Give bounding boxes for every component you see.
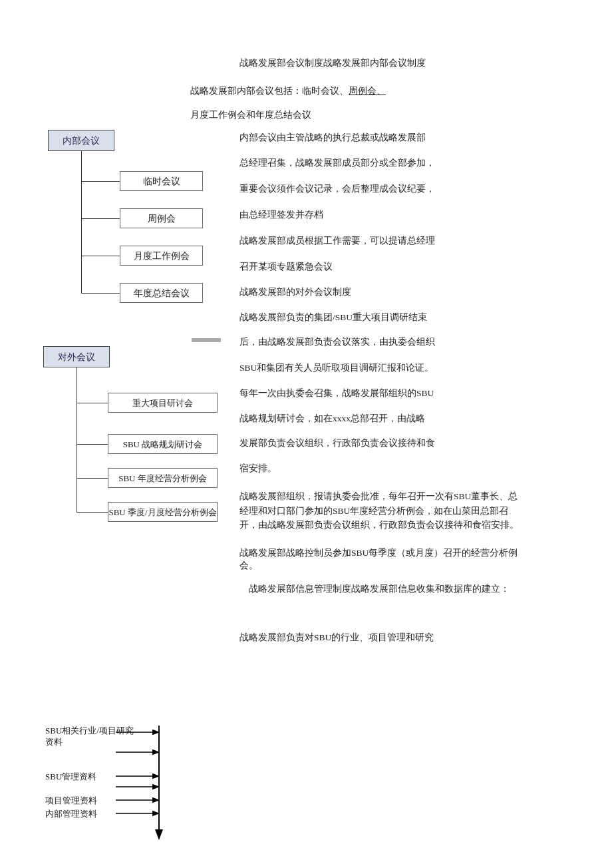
diagram-data-sources: SBU相关行业/项目研究资料 SBU管理资料 项目管理资料 内部管理资料: [36, 726, 182, 859]
separator-bar: [192, 338, 221, 342]
diagram2-connector-h1: [76, 403, 108, 403]
paragraph-8: 战略发展部负责的集团/SBU重大项目调研结束: [239, 312, 427, 324]
paragraph-9: 后，由战略发展部负责会议落实，由执委会组织: [239, 336, 435, 349]
diagram1-connector-h2: [81, 218, 120, 219]
diagram-external-meetings: 对外会议 重大项目研讨会 SBU 战略规划研讨会 SBU 年度经营分析例会 SB…: [43, 346, 226, 546]
diagram2-child-3: SBU 年度经营分析例会: [108, 468, 218, 488]
diagram2-connector-h4: [76, 512, 108, 513]
intro-prefix: 战略发展部内部会议包括：临时会议、: [190, 86, 349, 96]
paragraph-14: 宿安排。: [239, 463, 277, 475]
paragraph-3: 重要会议须作会议记录，会后整理成会议纪要，: [239, 183, 435, 196]
diagram2-child-4: SBU 季度/月度经营分析例会: [108, 502, 218, 522]
paragraph-11: 每年一次由执委会召集，战略发展部组织的SBU: [239, 387, 434, 400]
diagram2-connector-vertical: [76, 367, 77, 512]
diagram2-child-2: SBU 战略规划研讨会: [108, 434, 218, 454]
paragraph-6: 召开某项专题紧急会议: [239, 261, 333, 274]
diagram1-head: 内部会议: [48, 130, 114, 151]
paragraph-5: 战略发展部成员根据工作需要，可以提请总经理: [239, 235, 435, 248]
paragraph-12: 战略规划研讨会，如在xxxx总部召开，由战略: [239, 413, 425, 425]
diagram1-child-1: 临时会议: [120, 171, 203, 191]
diagram3-row-2: SBU管理资料: [45, 771, 96, 783]
diagram3-row-3: 项目管理资料: [45, 795, 97, 807]
diagram1-connector-h4: [81, 293, 120, 294]
diagram2-child-1: 重大项目研讨会: [108, 393, 218, 413]
diagram1-child-4: 年度总结会议: [120, 283, 203, 303]
diagram1-child-3: 月度工作例会: [120, 246, 203, 266]
paragraph-2: 总经理召集，战略发展部成员部分或全部参加，: [239, 157, 435, 170]
paragraph-15: 战略发展部组织，报请执委会批准，每年召开一次有SBU董事长、总经理和对口部门参加…: [239, 489, 519, 533]
paragraph-16: 战略发展部战略控制员参加SBU每季度（或月度）召开的经营分析例会。: [239, 547, 526, 572]
diagram-internal-meetings: 内部会议 临时会议 周例会 月度工作例会 年度总结会议: [48, 130, 218, 323]
intro-underlined: 周例会、: [349, 86, 386, 96]
diagram2-connector-h3: [76, 478, 108, 479]
paragraph-4: 由总经理签发并存档: [239, 209, 323, 222]
paragraph-17: 战略发展部信息管理制度战略发展部信息收集和数据库的建立：: [249, 583, 535, 596]
diagram3-row-1: SBU相关行业/项目研究资料: [45, 726, 135, 748]
diagram1-connector-vertical: [81, 151, 82, 293]
diagram1-connector-h1: [81, 181, 120, 182]
paragraph-7: 战略发展部的对外会议制度: [239, 286, 351, 299]
intro-line-2: 月度工作例会和年度总结会议: [190, 109, 311, 121]
diagram3-row-4: 内部管理资料: [45, 808, 97, 820]
intro-line-1: 战略发展部内部会议包括：临时会议、周例会、: [190, 85, 386, 97]
paragraph-10: SBU和集团有关人员听取项目调研汇报和论证。: [239, 362, 434, 375]
paragraph-18: 战略发展部负责对SBU的行业、项目管理和研究: [239, 632, 526, 644]
diagram2-head: 对外会议: [43, 346, 110, 367]
document-page: 战略发展部会议制度战略发展部内部会议制度 战略发展部内部会议包括：临时会议、周例…: [0, 0, 612, 868]
diagram2-connector-h2: [76, 444, 108, 445]
diagram1-child-2: 周例会: [120, 208, 203, 228]
paragraph-13: 发展部负责会议组织，行政部负责会议接待和食: [239, 437, 435, 450]
document-title: 战略发展部会议制度战略发展部内部会议制度: [239, 57, 426, 69]
diagram1-connector-h3: [81, 256, 120, 256]
paragraph-1: 内部会议由主管战略的执行总裁或战略发展部: [239, 132, 426, 144]
